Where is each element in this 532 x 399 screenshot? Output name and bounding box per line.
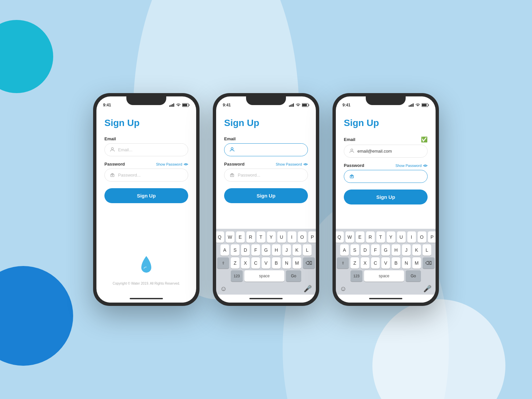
svg-rect-3 [173,103,174,107]
phone-1-password-label-row: Password Show Password [104,162,188,167]
key-l[interactable]: L [303,244,312,256]
phone-2-show-password[interactable]: Show Password [276,162,308,166]
key-b-3[interactable]: B [392,257,400,269]
key-f-3[interactable]: F [371,244,380,256]
signal-icon [169,103,175,107]
phone-1: 9:41 [93,93,200,306]
key-h-3[interactable]: H [392,244,400,256]
key-b[interactable]: B [272,257,281,269]
key-shift-3[interactable]: ⇧ [337,257,349,269]
key-l-3[interactable]: L [423,244,431,256]
key-s[interactable]: S [231,244,239,256]
key-d-3[interactable]: D [361,244,369,256]
key-shift[interactable]: ⇧ [217,257,229,269]
key-p-3[interactable]: P [428,231,436,243]
phone-3-password-input[interactable] [344,170,428,183]
microphone-icon-2[interactable]: 🎤 [304,285,312,293]
key-o-3[interactable]: O [418,231,426,243]
key-space-3[interactable]: space [364,270,404,282]
key-go-3[interactable]: Go [406,270,421,282]
key-t-3[interactable]: T [376,231,385,243]
microphone-icon-3[interactable]: 🎤 [423,285,432,293]
key-f[interactable]: F [251,244,260,256]
emoji-icon-2[interactable]: ☺ [220,285,227,293]
key-z-3[interactable]: Z [350,257,359,269]
key-a[interactable]: A [220,244,229,256]
phone-3-show-password[interactable]: Show Password [395,164,428,168]
key-123[interactable]: 123 [231,270,243,282]
key-space[interactable]: space [244,270,284,282]
key-p[interactable]: P [308,231,316,243]
wifi-icon-2 [296,103,301,107]
phone-1-signup-button[interactable]: Sign Up [104,188,188,203]
key-go[interactable]: Go [286,270,301,282]
key-j-3[interactable]: J [402,244,411,256]
phone-1-email-icon [110,147,115,153]
svg-rect-28 [428,104,429,106]
key-backspace[interactable]: ⌫ [303,257,315,269]
key-g-3[interactable]: G [381,244,390,256]
phone-1-email-input[interactable]: Email... [104,143,188,156]
svg-rect-6 [189,104,190,106]
phone-3-content: Sign Up Email ✅ email@email.com Pas [336,111,436,229]
key-m[interactable]: M [293,257,301,269]
key-u-3[interactable]: U [397,231,406,243]
battery-icon-3 [422,103,429,107]
phone-1-password-input[interactable]: Password... [104,169,188,182]
key-n[interactable]: N [282,257,291,269]
phone-1-copyright: Copyright © Water 2019. All Rights Reser… [104,282,188,285]
key-w-3[interactable]: W [345,231,354,243]
key-e[interactable]: E [236,231,245,243]
svg-point-19 [305,164,306,165]
phone-2-password-label: Password [224,162,244,167]
key-o[interactable]: O [298,231,307,243]
key-j[interactable]: J [282,244,291,256]
key-v[interactable]: V [262,257,270,269]
key-y[interactable]: Y [267,231,276,243]
phone-2-password-label-row: Password Show Password [224,162,308,167]
key-x-3[interactable]: X [361,257,369,269]
key-i-3[interactable]: I [407,231,416,243]
key-c[interactable]: C [251,257,260,269]
phone-2-email-input[interactable] [224,143,308,156]
key-d[interactable]: D [241,244,250,256]
phone-3-email-input[interactable]: email@email.com [344,145,428,158]
emoji-icon-3[interactable]: ☺ [340,285,346,293]
key-i[interactable]: I [288,231,296,243]
key-q[interactable]: Q [216,231,224,243]
key-t[interactable]: T [257,231,265,243]
key-s-3[interactable]: S [350,244,359,256]
key-c-3[interactable]: C [371,257,380,269]
svg-point-29 [351,149,353,151]
signal-icon-2 [289,103,294,107]
key-r-3[interactable]: R [366,231,375,243]
key-u[interactable]: U [277,231,286,243]
key-123-3[interactable]: 123 [350,270,362,282]
key-k-3[interactable]: K [412,244,421,256]
key-a-3[interactable]: A [340,244,349,256]
phone-1-content: Sign Up Email Email... Password [96,111,196,295]
key-n-3[interactable]: N [402,257,411,269]
key-k[interactable]: K [293,244,301,256]
wifi-icon [176,103,181,107]
phone-1-show-password[interactable]: Show Password [156,162,188,166]
key-y-3[interactable]: Y [387,231,395,243]
key-h[interactable]: H [272,244,281,256]
phone-2-password-input[interactable]: Password... [224,169,308,182]
key-e-3[interactable]: E [356,231,364,243]
key-g[interactable]: G [262,244,270,256]
phone-1-water-drop [104,254,188,279]
key-q-3[interactable]: Q [336,231,344,243]
key-w[interactable]: W [226,231,234,243]
phone-3-signup-button[interactable]: Sign Up [344,190,428,204]
key-r[interactable]: R [246,231,255,243]
phone-2-content: Sign Up Email Password [216,111,316,229]
email-valid-checkmark: ✅ [421,136,428,143]
key-z[interactable]: Z [231,257,239,269]
phone-2-signup-button[interactable]: Sign Up [224,188,308,203]
key-backspace-3[interactable]: ⌫ [423,257,435,269]
phone-2-status-icons [289,103,309,107]
key-v-3[interactable]: V [381,257,390,269]
key-x[interactable]: X [241,257,250,269]
key-m-3[interactable]: M [412,257,421,269]
